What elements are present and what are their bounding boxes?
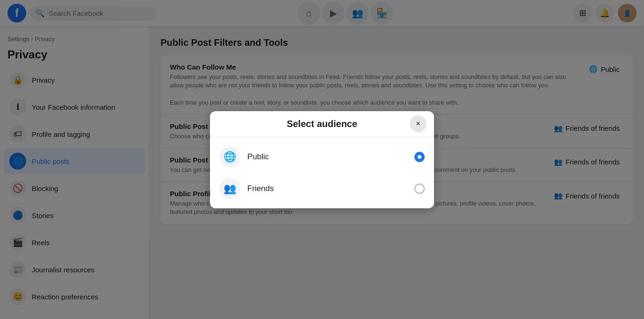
select-audience-modal: Select audience × 🌐 Public 👥 Friends xyxy=(210,111,434,208)
friends-audience-icon: 👥 xyxy=(219,178,240,199)
public-radio-button[interactable] xyxy=(414,152,425,162)
friends-radio-button[interactable] xyxy=(414,184,425,194)
modal-title: Select audience xyxy=(287,119,357,129)
public-audience-icon: 🌐 xyxy=(219,147,240,167)
public-audience-label: Public xyxy=(247,152,407,162)
audience-option-public[interactable]: 🌐 Public xyxy=(210,141,434,173)
modal-header: Select audience × xyxy=(210,111,434,137)
modal-body: 🌐 Public 👥 Friends xyxy=(210,137,434,208)
modal-close-button[interactable]: × xyxy=(410,115,427,132)
audience-option-friends[interactable]: 👥 Friends xyxy=(210,173,434,205)
modal-overlay[interactable]: Select audience × 🌐 Public 👥 Friends xyxy=(0,0,644,319)
friends-audience-label: Friends xyxy=(247,184,407,193)
